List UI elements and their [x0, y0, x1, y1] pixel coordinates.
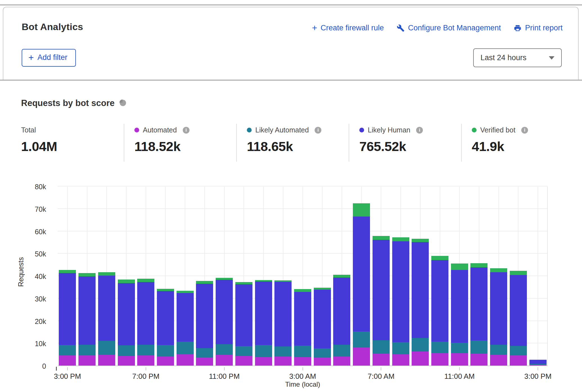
- bar-segment-likely-human: [510, 275, 527, 346]
- add-filter-button[interactable]: + Add filter: [22, 49, 76, 67]
- configure-bot-management-link[interactable]: Configure Bot Management: [397, 24, 501, 32]
- bar-stack-1200pm[interactable]: [470, 263, 488, 366]
- bar-stack-500pm[interactable]: [98, 272, 115, 366]
- bar-stack-600pm[interactable]: [118, 280, 135, 366]
- bar-segment-likely-human: [490, 272, 507, 345]
- bar-segment-likely-human: [235, 284, 252, 346]
- bar-segment-automated: [529, 365, 547, 366]
- x-tick-label: 3:00 PM: [54, 372, 81, 381]
- x-tick-label: 3:00 AM: [289, 372, 316, 381]
- stat-label: Likely Human: [368, 126, 410, 134]
- bar-stack-300am[interactable]: [294, 289, 311, 366]
- bar-segment-likely-human: [177, 293, 194, 342]
- bar-segment-likely-human: [412, 242, 429, 338]
- bar-stack-700am[interactable]: [373, 236, 390, 366]
- x-tick-mark: [67, 367, 68, 370]
- bar-segment-likely-human: [333, 278, 350, 344]
- bar-stack-800pm[interactable]: [157, 289, 174, 366]
- stats-row: Total 1.04M Automated i 118.52k Likely A…: [21, 124, 567, 162]
- bar-segment-verified-bot: [392, 237, 409, 241]
- bar-stack-1100pm[interactable]: [216, 278, 233, 366]
- bar-stack-100pm[interactable]: [490, 268, 507, 366]
- legend-dot-verified-bot: [472, 128, 477, 132]
- y-tick-label: 70k: [35, 205, 46, 214]
- bar-segment-likely-automated: [196, 348, 213, 357]
- stat-label: Verified bot: [480, 126, 515, 134]
- bar-stack-500am[interactable]: [333, 275, 350, 366]
- bar-segment-likely-automated: [118, 345, 135, 356]
- bar-segment-verified-bot: [235, 282, 252, 285]
- bar-stack-300pm[interactable]: [59, 270, 76, 366]
- bar-segment-automated: [157, 356, 174, 366]
- header-actions: + Create firewall rule Configure Bot Man…: [312, 24, 563, 32]
- bar-stack-1000pm[interactable]: [196, 281, 213, 366]
- bar-segment-verified-bot: [98, 272, 115, 276]
- bar-segment-automated: [392, 354, 409, 366]
- info-icon[interactable]: i: [416, 127, 423, 134]
- printer-icon: [514, 24, 522, 32]
- bar-stack-800am[interactable]: [392, 237, 409, 366]
- bar-segment-verified-bot: [177, 291, 194, 293]
- bar-segment-verified-bot: [314, 288, 331, 290]
- stat-total: Total 1.04M: [21, 124, 124, 162]
- bar-stack-400pm[interactable]: [78, 273, 96, 366]
- y-axis-ticks: 010k20k30k40k50k60k70k80k: [22, 187, 48, 366]
- bar-stack-1000am[interactable]: [431, 256, 448, 366]
- bar-segment-likely-human: [373, 240, 390, 340]
- stat-value: 41.9k: [472, 139, 567, 154]
- x-axis-title: Time (local): [58, 380, 548, 388]
- bar-segment-verified-bot: [137, 279, 154, 282]
- stat-label: Total: [21, 126, 36, 134]
- bar-segment-automated: [274, 357, 292, 366]
- page-top-divider: [0, 4, 582, 5]
- info-icon[interactable]: i: [183, 127, 190, 134]
- stat-label: Automated: [143, 126, 177, 134]
- bar-segment-likely-human: [294, 292, 311, 346]
- bar-segment-likely-automated: [137, 345, 154, 355]
- bar-segment-likely-automated: [78, 345, 96, 355]
- bar-stack-100am[interactable]: [255, 280, 272, 366]
- bar-stack-900pm[interactable]: [177, 291, 194, 366]
- bar-stack-700pm[interactable]: [137, 279, 154, 366]
- plus-icon: +: [28, 54, 34, 61]
- bar-segment-automated: [177, 354, 194, 366]
- bar-stack-900am[interactable]: [412, 239, 429, 366]
- bar-segment-likely-human: [98, 276, 115, 341]
- bar-segment-likely-human: [137, 282, 154, 345]
- bar-segment-likely-automated: [255, 345, 272, 357]
- bar-stack-400am[interactable]: [314, 288, 331, 366]
- bar-segment-likely-human: [451, 270, 468, 343]
- bar-segment-verified-bot: [196, 281, 213, 284]
- print-report-label: Print report: [525, 24, 563, 32]
- stat-value: 118.65k: [247, 139, 349, 154]
- bar-stack-1100am[interactable]: [451, 263, 468, 366]
- x-tick-mark: [303, 367, 303, 370]
- print-report-link[interactable]: Print report: [514, 24, 563, 32]
- y-tick-label: 20k: [35, 317, 46, 326]
- bar-segment-automated: [137, 355, 154, 366]
- bar-segment-automated: [353, 347, 370, 366]
- bar-segment-verified-bot: [470, 263, 488, 267]
- bar-segment-likely-human: [196, 284, 213, 348]
- bar-stack-200am[interactable]: [274, 280, 292, 366]
- bar-stack-300pm[interactable]: [529, 360, 547, 366]
- bar-segment-likely-human: [431, 260, 448, 341]
- create-firewall-rule-link[interactable]: + Create firewall rule: [312, 24, 384, 32]
- bar-segment-likely-automated: [216, 344, 233, 355]
- bar-segment-automated: [216, 355, 233, 366]
- bot-analytics-header-card: Bot Analytics + Create firewall rule Con…: [3, 7, 579, 80]
- bar-segment-likely-automated: [274, 346, 292, 357]
- time-range-select[interactable]: Last 24 hours: [473, 48, 562, 67]
- legend-dot-likely-automated: [247, 128, 252, 132]
- bar-segment-likely-automated: [451, 343, 468, 353]
- bar-stack-1200am[interactable]: [235, 282, 252, 366]
- bar-segment-verified-bot: [353, 203, 370, 216]
- bar-segment-automated: [196, 357, 213, 366]
- y-tick-label: 60k: [35, 227, 46, 236]
- bar-segment-verified-bot: [294, 289, 311, 292]
- info-icon[interactable]: i: [315, 127, 321, 134]
- bar-stack-200pm[interactable]: [510, 271, 527, 366]
- info-icon[interactable]: i: [521, 127, 528, 134]
- bar-stack-600am[interactable]: [353, 203, 370, 366]
- bar-segment-likely-human: [529, 360, 547, 364]
